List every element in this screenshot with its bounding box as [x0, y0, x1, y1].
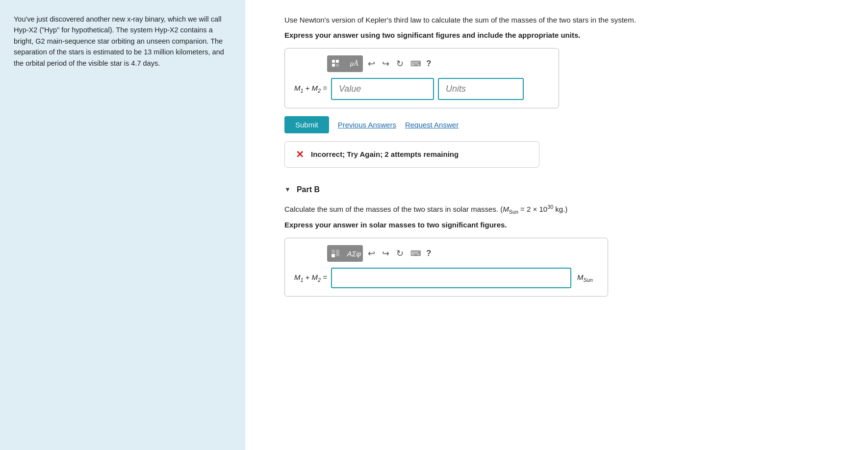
part-a-equation-label: M1 + M2 = [293, 84, 327, 94]
matrix-icon[interactable] [327, 55, 345, 72]
redo-icon[interactable]: ↪ [380, 57, 391, 70]
part-b-value-input[interactable] [331, 268, 571, 288]
refresh-icon[interactable]: ↻ [394, 57, 406, 70]
previous-answers-link[interactable]: Previous Answers [338, 121, 396, 129]
incorrect-icon: ✕ [296, 149, 304, 160]
part-a-toolbar: μÅ ↩ ↪ ↻ ⌨ ? [293, 55, 551, 72]
mu-icon[interactable]: μÅ [345, 55, 363, 72]
part-b-equation-label: M1 + M2 = [293, 273, 327, 283]
value-input[interactable] [331, 78, 434, 100]
part-a-answer-box: μÅ ↩ ↪ ↻ ⌨ ? M1 + M2 = [284, 48, 559, 108]
submit-button[interactable]: Submit [284, 116, 329, 133]
part-a-input-row: M1 + M2 = [293, 78, 551, 100]
request-answer-link[interactable]: Request Answer [405, 121, 459, 129]
part-b-help-icon[interactable]: ? [426, 249, 431, 258]
part-b-keyboard-icon[interactable]: ⌨ [408, 248, 423, 259]
feedback-text: Incorrect; Try Again; 2 attempts remaini… [311, 150, 459, 158]
context-text: You've just discovered another new x-ray… [14, 14, 231, 69]
part-b-header: ▼ Part B [284, 185, 839, 194]
units-input[interactable] [438, 78, 524, 100]
matrix-btn-group[interactable]: μÅ [327, 55, 363, 72]
part-b-matrix-icon[interactable]: √ [327, 245, 345, 262]
feedback-box: ✕ Incorrect; Try Again; 2 attempts remai… [284, 141, 539, 168]
chevron-down-icon[interactable]: ▼ [284, 186, 291, 193]
part-b-toolbar: √ ΑΣφ ↩ ↪ ↻ ⌨ ? [293, 245, 600, 262]
part-b-instruction: Express your answer in solar masses to t… [284, 221, 839, 229]
svg-text:√: √ [332, 252, 334, 256]
undo-icon[interactable]: ↩ [366, 57, 377, 70]
svg-rect-1 [336, 60, 339, 63]
part-b-question: Calculate the sum of the masses of the t… [284, 203, 839, 216]
context-panel: You've just discovered another new x-ray… [0, 0, 245, 450]
part-b-input-row: M1 + M2 = MSun [293, 268, 600, 288]
keyboard-icon[interactable]: ⌨ [408, 58, 423, 69]
part-a-question: Use Newton's version of Kepler's third l… [284, 15, 839, 26]
part-b-refresh-icon[interactable]: ↻ [394, 247, 406, 260]
part-b-undo-icon[interactable]: ↩ [366, 247, 377, 260]
question-panel: Use Newton's version of Kepler's third l… [245, 0, 868, 450]
part-b-matrix-btn-group[interactable]: √ ΑΣφ [327, 245, 363, 262]
part-b-answer-box: √ ΑΣφ ↩ ↪ ↻ ⌨ ? M1 + M2 = [284, 238, 608, 297]
svg-rect-3 [336, 64, 339, 67]
svg-rect-2 [332, 64, 335, 67]
part-b-label: Part B [297, 185, 320, 194]
part-a-instruction: Express your answer using two significan… [284, 31, 839, 39]
part-a-actions: Submit Previous Answers Request Answer [284, 116, 839, 133]
msun-label: MSun [577, 273, 593, 283]
part-a-section: Use Newton's version of Kepler's third l… [284, 15, 839, 168]
svg-rect-5 [336, 250, 339, 256]
svg-rect-0 [332, 60, 335, 63]
part-b-redo-icon[interactable]: ↪ [380, 247, 391, 260]
part-b-section: ▼ Part B Calculate the sum of the masses… [284, 185, 839, 297]
help-icon[interactable]: ? [426, 59, 431, 69]
part-b-sigma-icon[interactable]: ΑΣφ [345, 245, 363, 262]
